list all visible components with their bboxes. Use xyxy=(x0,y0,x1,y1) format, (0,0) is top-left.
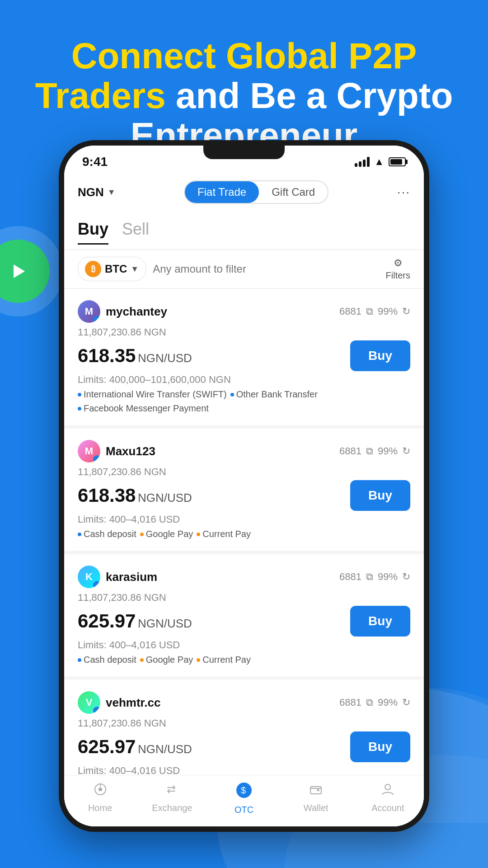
verified-badge-icon: ✓ xyxy=(93,455,100,462)
exchange-icon: ⇄ xyxy=(165,782,179,797)
nav-label-account: Account xyxy=(371,803,404,813)
hero-traders: Traders xyxy=(35,75,166,116)
trader-header: M ✓ mychantey 6881 ⧉ 99% ↻ xyxy=(78,300,410,323)
trader-name: karasium xyxy=(106,570,157,584)
nav-item-home[interactable]: Home xyxy=(64,782,136,815)
trader-amount: 11,807,230.86 NGN xyxy=(78,592,410,604)
buy-button[interactable]: Buy xyxy=(350,340,410,371)
svg-rect-11 xyxy=(317,789,319,791)
wifi-icon: ▲ xyxy=(374,156,384,168)
trader-limits: Limits: 400–4,016 USD xyxy=(78,514,410,525)
hero-section: Connect Global P2P Traders and Be a Cryp… xyxy=(0,36,488,156)
trade-item: K ✓ karasium 6881 ⧉ 99% ↻ 11,807,230.86 … xyxy=(64,554,424,676)
payment-tag: Current Pay xyxy=(197,655,251,665)
trader-completion: 99% xyxy=(378,697,398,708)
payment-dot-icon xyxy=(197,658,200,662)
more-options-button[interactable]: ··· xyxy=(397,185,410,199)
sell-tab[interactable]: Sell xyxy=(122,220,149,245)
trader-limits: Limits: 400,000–101,600,000 NGN xyxy=(78,374,410,386)
filters-button[interactable]: ⚙ Filters xyxy=(386,257,410,281)
nav-icon-otc: $ xyxy=(236,782,252,802)
trader-limits: Limits: 400–4,016 USD xyxy=(78,639,410,651)
filter-bar: ₿ BTC ▼ ⚙ Filters xyxy=(64,250,424,289)
trader-orders: 6881 xyxy=(339,306,361,317)
trader-price-row: 625.97 NGN/USD Buy xyxy=(78,606,410,637)
trader-completion: 99% xyxy=(378,306,398,317)
hero-line2: Traders and Be a Crypto xyxy=(27,76,461,116)
copy-icon: ⧉ xyxy=(366,571,373,583)
refresh-icon: ↻ xyxy=(402,571,410,583)
trader-amount: 11,807,230.86 NGN xyxy=(78,466,410,478)
wallet-icon xyxy=(309,782,323,797)
trader-info: K ✓ karasium xyxy=(78,566,157,588)
trader-avatar: M ✓ xyxy=(78,300,100,323)
trader-amount: 11,807,230.86 NGN xyxy=(78,717,410,729)
verified-badge-icon: ✓ xyxy=(93,707,100,714)
phone-frame: 9:41 ▲ NGN ▼ Fiat Trade xyxy=(59,140,429,832)
payment-tag: Google Pay xyxy=(140,529,193,539)
battery-icon xyxy=(389,157,406,166)
buy-tab[interactable]: Buy xyxy=(78,220,108,245)
trader-name: Maxu123 xyxy=(106,444,155,458)
trade-list: M ✓ mychantey 6881 ⧉ 99% ↻ 11,807,230.86… xyxy=(64,289,424,775)
hero-line1: Connect Global P2P xyxy=(27,36,461,76)
buy-button[interactable]: Buy xyxy=(350,731,410,762)
trader-header: M ✓ Maxu123 6881 ⧉ 99% ↻ xyxy=(78,440,410,462)
trade-item: V ✓ vehmtr.cc 6881 ⧉ 99% ↻ 11,807,230.86… xyxy=(64,680,424,775)
trader-orders: 6881 xyxy=(339,697,361,708)
payment-dot-icon xyxy=(78,393,81,396)
status-time: 9:41 xyxy=(82,155,108,169)
trader-limits: Limits: 400–4,016 USD xyxy=(78,765,410,775)
trader-completion: 99% xyxy=(378,571,398,583)
top-nav: NGN ▼ Fiat Trade Gift Card ··· xyxy=(64,174,424,211)
trader-completion: 99% xyxy=(378,445,398,457)
payment-dot-icon xyxy=(78,407,81,410)
trader-amount: 11,807,230.86 NGN xyxy=(78,326,410,338)
fiat-trade-tab[interactable]: Fiat Trade xyxy=(185,181,259,203)
refresh-icon: ↻ xyxy=(402,306,410,317)
nav-item-account[interactable]: Account xyxy=(352,782,424,815)
nav-item-otc[interactable]: $ OTC xyxy=(208,782,280,815)
price-unit: NGN/USD xyxy=(138,491,192,505)
filters-label: Filters xyxy=(386,270,410,281)
nav-item-exchange[interactable]: ⇄ Exchange xyxy=(136,782,208,815)
gift-card-tab[interactable]: Gift Card xyxy=(259,181,328,203)
svg-text:⇄: ⇄ xyxy=(167,783,176,795)
payment-tag: Cash deposit xyxy=(78,655,136,665)
trader-stats: 6881 ⧉ 99% ↻ xyxy=(339,445,410,457)
chevron-down-icon: ▼ xyxy=(108,188,116,197)
trader-price-row: 618.38 NGN/USD Buy xyxy=(78,480,410,511)
otc-icon: $ xyxy=(236,782,252,798)
payment-tag: Current Pay xyxy=(197,529,251,539)
trader-name: mychantey xyxy=(106,305,167,319)
buy-button[interactable]: Buy xyxy=(350,606,410,637)
verified-badge-icon: ✓ xyxy=(93,316,100,323)
signal-bars-icon xyxy=(355,157,370,167)
payment-tag: International Wire Transfer (SWIFT) xyxy=(78,389,227,400)
currency-selector[interactable]: NGN ▼ xyxy=(78,185,116,199)
refresh-icon: ↻ xyxy=(402,697,410,708)
trader-avatar: V ✓ xyxy=(78,691,100,714)
payment-dot-icon xyxy=(197,533,200,536)
nav-item-wallet[interactable]: Wallet xyxy=(280,782,352,815)
trader-avatar: M ✓ xyxy=(78,440,100,462)
amount-filter-input[interactable] xyxy=(153,263,379,275)
nav-icon-exchange: ⇄ xyxy=(165,782,179,800)
bottom-nav: Home ⇄ Exchange $ OTC Wallet Account xyxy=(64,775,424,826)
trader-orders: 6881 xyxy=(339,445,361,457)
buy-button[interactable]: Buy xyxy=(350,480,410,511)
nav-icon-account xyxy=(380,782,395,800)
phone-notch xyxy=(203,146,285,159)
crypto-chevron-icon: ▼ xyxy=(131,264,139,274)
payment-tag: Other Bank Transfer xyxy=(230,389,318,400)
trader-stats: 6881 ⧉ 99% ↻ xyxy=(339,571,410,583)
price-unit: NGN/USD xyxy=(138,351,192,365)
payment-dot-icon xyxy=(140,658,144,662)
copy-icon: ⧉ xyxy=(366,306,373,317)
crypto-selector[interactable]: ₿ BTC ▼ xyxy=(78,257,146,281)
account-icon xyxy=(380,782,395,797)
svg-text:$: $ xyxy=(241,785,246,795)
price-unit: NGN/USD xyxy=(138,742,192,756)
trader-name: vehmtr.cc xyxy=(106,696,160,710)
status-icons: ▲ xyxy=(355,156,406,168)
